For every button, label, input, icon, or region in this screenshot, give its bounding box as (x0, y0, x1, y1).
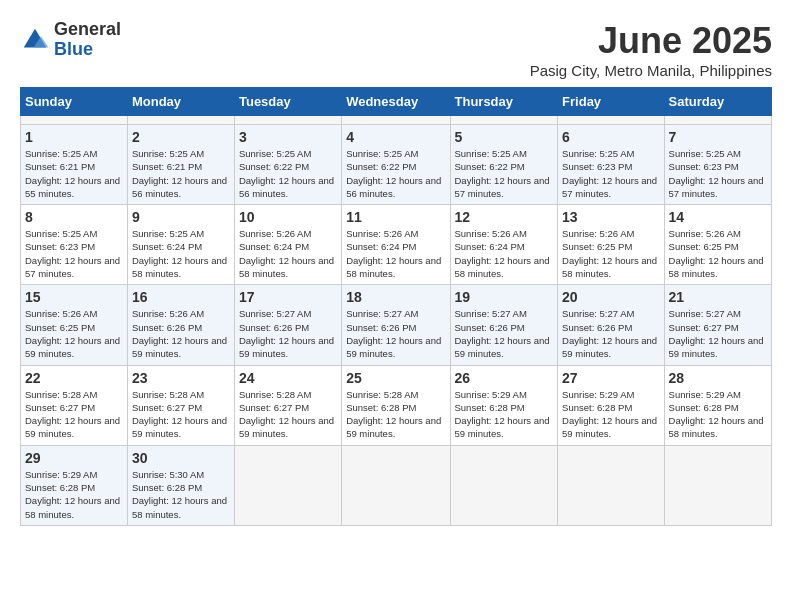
day-number: 12 (455, 209, 554, 225)
calendar-day-cell: 29Sunrise: 5:29 AMSunset: 6:28 PMDayligh… (21, 445, 128, 525)
day-number: 6 (562, 129, 659, 145)
day-number: 5 (455, 129, 554, 145)
weekday-header-cell: Thursday (450, 88, 558, 116)
day-number: 13 (562, 209, 659, 225)
calendar-day-cell (450, 445, 558, 525)
day-number: 1 (25, 129, 123, 145)
weekday-header-cell: Monday (127, 88, 234, 116)
calendar-day-cell (664, 116, 771, 125)
day-number: 23 (132, 370, 230, 386)
day-number: 10 (239, 209, 337, 225)
calendar-day-cell: 22Sunrise: 5:28 AMSunset: 6:27 PMDayligh… (21, 365, 128, 445)
calendar-day-cell: 7Sunrise: 5:25 AMSunset: 6:23 PMDaylight… (664, 125, 771, 205)
calendar-day-cell: 19Sunrise: 5:27 AMSunset: 6:26 PMDayligh… (450, 285, 558, 365)
day-number: 9 (132, 209, 230, 225)
calendar-day-cell: 18Sunrise: 5:27 AMSunset: 6:26 PMDayligh… (342, 285, 450, 365)
day-number: 18 (346, 289, 445, 305)
calendar-day-cell: 1Sunrise: 5:25 AMSunset: 6:21 PMDaylight… (21, 125, 128, 205)
calendar-day-cell: 14Sunrise: 5:26 AMSunset: 6:25 PMDayligh… (664, 205, 771, 285)
day-number: 28 (669, 370, 767, 386)
logo-blue: Blue (54, 40, 121, 60)
day-info: Sunrise: 5:25 AMSunset: 6:22 PMDaylight:… (239, 147, 337, 200)
day-number: 7 (669, 129, 767, 145)
logo-general: General (54, 20, 121, 40)
calendar-day-cell: 9Sunrise: 5:25 AMSunset: 6:24 PMDaylight… (127, 205, 234, 285)
day-info: Sunrise: 5:29 AMSunset: 6:28 PMDaylight:… (455, 388, 554, 441)
weekday-header-cell: Saturday (664, 88, 771, 116)
calendar-day-cell: 27Sunrise: 5:29 AMSunset: 6:28 PMDayligh… (558, 365, 664, 445)
day-info: Sunrise: 5:26 AMSunset: 6:24 PMDaylight:… (346, 227, 445, 280)
day-info: Sunrise: 5:26 AMSunset: 6:24 PMDaylight:… (239, 227, 337, 280)
day-number: 25 (346, 370, 445, 386)
calendar-day-cell: 13Sunrise: 5:26 AMSunset: 6:25 PMDayligh… (558, 205, 664, 285)
day-number: 11 (346, 209, 445, 225)
calendar-week-row: 29Sunrise: 5:29 AMSunset: 6:28 PMDayligh… (21, 445, 772, 525)
calendar-day-cell: 24Sunrise: 5:28 AMSunset: 6:27 PMDayligh… (234, 365, 341, 445)
day-number: 30 (132, 450, 230, 466)
calendar-day-cell: 5Sunrise: 5:25 AMSunset: 6:22 PMDaylight… (450, 125, 558, 205)
calendar-day-cell: 25Sunrise: 5:28 AMSunset: 6:28 PMDayligh… (342, 365, 450, 445)
weekday-header: SundayMondayTuesdayWednesdayThursdayFrid… (21, 88, 772, 116)
calendar-day-cell: 8Sunrise: 5:25 AMSunset: 6:23 PMDaylight… (21, 205, 128, 285)
calendar-day-cell (234, 445, 341, 525)
day-number: 15 (25, 289, 123, 305)
logo-text: General Blue (54, 20, 121, 60)
day-info: Sunrise: 5:27 AMSunset: 6:27 PMDaylight:… (669, 307, 767, 360)
weekday-header-cell: Friday (558, 88, 664, 116)
weekday-header-cell: Wednesday (342, 88, 450, 116)
calendar-day-cell (558, 445, 664, 525)
weekday-header-cell: Tuesday (234, 88, 341, 116)
calendar-day-cell (664, 445, 771, 525)
day-info: Sunrise: 5:28 AMSunset: 6:27 PMDaylight:… (25, 388, 123, 441)
calendar-day-cell (127, 116, 234, 125)
day-info: Sunrise: 5:29 AMSunset: 6:28 PMDaylight:… (25, 468, 123, 521)
day-info: Sunrise: 5:28 AMSunset: 6:27 PMDaylight:… (132, 388, 230, 441)
day-info: Sunrise: 5:28 AMSunset: 6:27 PMDaylight:… (239, 388, 337, 441)
day-info: Sunrise: 5:26 AMSunset: 6:24 PMDaylight:… (455, 227, 554, 280)
day-info: Sunrise: 5:26 AMSunset: 6:25 PMDaylight:… (25, 307, 123, 360)
calendar-day-cell: 20Sunrise: 5:27 AMSunset: 6:26 PMDayligh… (558, 285, 664, 365)
calendar-day-cell (450, 116, 558, 125)
calendar-week-row (21, 116, 772, 125)
day-number: 14 (669, 209, 767, 225)
calendar-week-row: 1Sunrise: 5:25 AMSunset: 6:21 PMDaylight… (21, 125, 772, 205)
calendar-body: 1Sunrise: 5:25 AMSunset: 6:21 PMDaylight… (21, 116, 772, 526)
day-info: Sunrise: 5:26 AMSunset: 6:26 PMDaylight:… (132, 307, 230, 360)
calendar-day-cell (558, 116, 664, 125)
title-area: June 2025 Pasig City, Metro Manila, Phil… (530, 20, 772, 79)
calendar-table: SundayMondayTuesdayWednesdayThursdayFrid… (20, 87, 772, 526)
day-info: Sunrise: 5:29 AMSunset: 6:28 PMDaylight:… (562, 388, 659, 441)
day-number: 20 (562, 289, 659, 305)
calendar-week-row: 8Sunrise: 5:25 AMSunset: 6:23 PMDaylight… (21, 205, 772, 285)
day-number: 3 (239, 129, 337, 145)
calendar-day-cell: 15Sunrise: 5:26 AMSunset: 6:25 PMDayligh… (21, 285, 128, 365)
calendar-day-cell (342, 445, 450, 525)
day-number: 2 (132, 129, 230, 145)
logo: General Blue (20, 20, 121, 60)
calendar-day-cell: 17Sunrise: 5:27 AMSunset: 6:26 PMDayligh… (234, 285, 341, 365)
calendar-day-cell: 6Sunrise: 5:25 AMSunset: 6:23 PMDaylight… (558, 125, 664, 205)
calendar-day-cell: 2Sunrise: 5:25 AMSunset: 6:21 PMDaylight… (127, 125, 234, 205)
day-number: 26 (455, 370, 554, 386)
day-info: Sunrise: 5:25 AMSunset: 6:23 PMDaylight:… (669, 147, 767, 200)
day-info: Sunrise: 5:25 AMSunset: 6:21 PMDaylight:… (132, 147, 230, 200)
calendar-day-cell: 3Sunrise: 5:25 AMSunset: 6:22 PMDaylight… (234, 125, 341, 205)
day-number: 21 (669, 289, 767, 305)
month-title: June 2025 (530, 20, 772, 62)
calendar-day-cell (342, 116, 450, 125)
weekday-header-cell: Sunday (21, 88, 128, 116)
day-info: Sunrise: 5:29 AMSunset: 6:28 PMDaylight:… (669, 388, 767, 441)
calendar-day-cell (21, 116, 128, 125)
day-number: 27 (562, 370, 659, 386)
day-number: 17 (239, 289, 337, 305)
day-number: 16 (132, 289, 230, 305)
day-number: 19 (455, 289, 554, 305)
day-info: Sunrise: 5:25 AMSunset: 6:22 PMDaylight:… (346, 147, 445, 200)
calendar-day-cell: 10Sunrise: 5:26 AMSunset: 6:24 PMDayligh… (234, 205, 341, 285)
day-number: 22 (25, 370, 123, 386)
calendar-week-row: 15Sunrise: 5:26 AMSunset: 6:25 PMDayligh… (21, 285, 772, 365)
calendar-day-cell: 4Sunrise: 5:25 AMSunset: 6:22 PMDaylight… (342, 125, 450, 205)
calendar-day-cell: 26Sunrise: 5:29 AMSunset: 6:28 PMDayligh… (450, 365, 558, 445)
day-number: 29 (25, 450, 123, 466)
day-info: Sunrise: 5:26 AMSunset: 6:25 PMDaylight:… (562, 227, 659, 280)
